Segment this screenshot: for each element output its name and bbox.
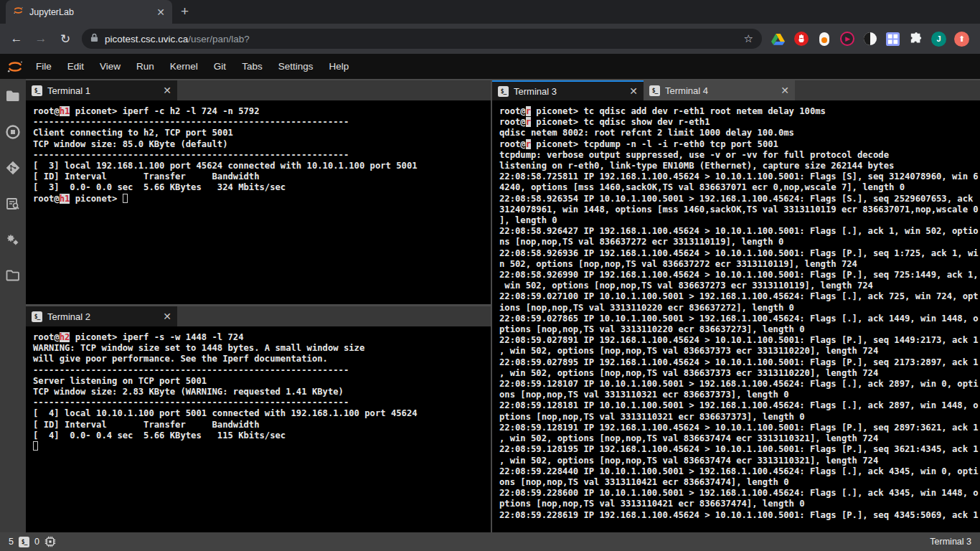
terminal-cursor	[33, 441, 38, 451]
terminal1-tabbar: $_ Terminal 1 ✕	[26, 80, 491, 100]
adblock-icon[interactable]	[793, 32, 809, 47]
close-icon[interactable]: ✕	[781, 85, 789, 96]
terminal-line: 3124078961, win 1448, options [mss 1460,…	[499, 204, 980, 215]
terminal-line: ns [nop,nop,TS val 836637272 ecr 3313110…	[499, 237, 980, 248]
menu-item-file[interactable]: File	[28, 54, 60, 79]
tab-grid-icon[interactable]	[885, 32, 900, 47]
menu-item-help[interactable]: Help	[321, 54, 357, 79]
terminal-line: ], length 0	[499, 215, 980, 226]
update-icon[interactable]: ⬆	[954, 32, 969, 47]
main-area: $_ Terminal 1 ✕ root@h1 piconet> iperf -…	[0, 79, 980, 532]
host-highlight: h1	[60, 194, 70, 204]
terminal2-output[interactable]: root@h2 piconet> iperf -s -w 1448 -l 724…	[26, 326, 491, 532]
terminal-line: , win 502, options [nop,nop,TS val 83663…	[499, 433, 980, 444]
drive-icon[interactable]	[771, 32, 786, 47]
terminal-line: will give poor performance. See the Iper…	[33, 354, 491, 364]
terminal-line: 22:08:58.725811 IP 192.168.1.100.45624 >…	[499, 171, 980, 182]
url-bar[interactable]: picotest.csc.uvic.ca/user/pan/lab? ☆	[82, 29, 762, 49]
menu-item-view[interactable]: View	[92, 54, 128, 79]
profile-avatar[interactable]: J	[931, 32, 946, 47]
terminal-line: WARNING: TCP window size set to 1448 byt…	[33, 343, 491, 354]
host-highlight: r	[526, 106, 531, 116]
terminal-line: n 502, options [nop,nop,TS val 836637272…	[499, 259, 980, 270]
terminal1-output[interactable]: root@h1 piconet> iperf -c h2 -l 724 -n 5…	[26, 100, 491, 304]
forward-icon[interactable]: →	[29, 32, 53, 46]
tab-terminal-3[interactable]: $_ Terminal 3 ✕	[492, 80, 644, 100]
file-browser-icon[interactable]	[6, 89, 20, 103]
proxy-egg-icon[interactable]	[816, 32, 831, 47]
tab-terminal-2-label: Terminal 2	[47, 311, 158, 322]
git-icon[interactable]	[6, 161, 20, 175]
terminal2-panel: $_ Terminal 2 ✕ root@h2 piconet> iperf -…	[26, 306, 491, 532]
terminal-icon: $_	[498, 86, 509, 97]
host-highlight: r	[526, 139, 531, 149]
close-icon[interactable]: ✕	[163, 85, 171, 96]
screen: JupyterLab ✕ + ← → ↻ picotest.csc.uvic.c…	[0, 0, 980, 551]
menu-item-tabs[interactable]: Tabs	[234, 54, 270, 79]
terminal-line	[33, 441, 491, 452]
tab-terminal-1[interactable]: $_ Terminal 1 ✕	[26, 80, 177, 100]
menu-item-git[interactable]: Git	[206, 54, 234, 79]
terminal-line: ons [nop,nop,TS val 3313110421 ecr 83663…	[499, 477, 980, 488]
host-highlight: r	[526, 117, 531, 127]
back-icon[interactable]: ←	[4, 32, 29, 46]
new-tab-button[interactable]: +	[181, 4, 189, 19]
terminal-line: root@r piconet> tc qdisc show dev r-eth1	[499, 117, 980, 128]
terminal-line: 22:08:58.926990 IP 192.168.1.100.45624 >…	[499, 270, 980, 281]
menu-item-settings[interactable]: Settings	[270, 54, 321, 79]
terminal-icon: $_	[32, 85, 42, 96]
terminal-line: ----------------------------------------…	[33, 150, 491, 161]
browser-toolbar: ← → ↻ picotest.csc.uvic.ca/user/pan/lab?…	[0, 24, 980, 54]
puzzle-extensions-icon[interactable]	[908, 32, 923, 47]
workspace-folder-icon[interactable]	[6, 268, 20, 283]
jupyter-favicon	[13, 5, 24, 19]
running-sessions-status[interactable]: 5 $_ 0	[9, 536, 56, 547]
terminal-line: 22:08:58.926936 IP 192.168.1.100.45624 >…	[499, 248, 980, 259]
terminal-line: listening on r-eth0, link-type EN10MB (E…	[499, 161, 980, 171]
terminal-line: root@h2 piconet> iperf -s -w 1448 -l 724	[33, 332, 491, 343]
play-circle-icon[interactable]: ▶	[839, 32, 854, 47]
close-icon[interactable]: ✕	[629, 85, 638, 97]
terminal-line: 22:08:59.128191 IP 192.168.1.100.45624 >…	[499, 423, 980, 433]
tab-terminal-4-label: Terminal 4	[665, 85, 776, 96]
running-sessions-icon[interactable]	[6, 125, 20, 139]
kernel-count: 0	[34, 537, 39, 547]
terminal-line: 22:08:59.027100 IP 10.10.1.100.5001 > 19…	[499, 291, 980, 302]
lock-icon	[90, 32, 98, 45]
tab-close-icon[interactable]: ✕	[156, 7, 165, 17]
terminal-line: [ ID] Interval Transfer Bandwidth	[33, 420, 491, 430]
extension-icons: ▶J⬆	[771, 32, 969, 47]
terminal-line: root@h1 piconet>	[33, 194, 491, 204]
bookmark-star-icon[interactable]: ☆	[744, 32, 753, 45]
tab-terminal-4[interactable]: $_ Terminal 4 ✕	[644, 80, 795, 100]
url-path: /user/pan/lab?	[188, 34, 250, 44]
browser-tab[interactable]: JupyterLab ✕	[6, 0, 172, 24]
terminal-line: 22:08:59.228619 IP 192.168.1.100.45624 >…	[499, 510, 980, 521]
dark-reader-icon[interactable]	[862, 32, 877, 47]
status-bar: 5 $_ 0 Terminal 3	[0, 532, 980, 551]
terminal-line: ----------------------------------------…	[33, 117, 491, 128]
inspector-icon[interactable]	[6, 197, 20, 211]
terminal-line: ----------------------------------------…	[33, 365, 491, 376]
terminal-line: 22:08:59.128107 IP 10.10.1.100.5001 > 19…	[499, 379, 980, 390]
terminal-cursor	[123, 194, 128, 203]
terminal-icon: $_	[19, 537, 29, 547]
terminal-line: ptions [nop,nop,TS val 3313110321 ecr 83…	[499, 412, 980, 423]
terminal-icon: $_	[32, 311, 42, 322]
reload-icon[interactable]: ↻	[53, 32, 77, 47]
menu-item-edit[interactable]: Edit	[60, 54, 92, 79]
extensions-icon[interactable]	[6, 232, 20, 247]
menu-item-kernel[interactable]: Kernel	[162, 54, 206, 79]
terminal-line: win 502, options [nop,nop,TS val 8366372…	[499, 281, 980, 291]
terminal-line: TCP window size: 85.0 KByte (default)	[33, 139, 491, 150]
terminal3-output[interactable]: root@r piconet> tc qdisc add dev r-eth1 …	[492, 100, 980, 532]
tab-terminal-2[interactable]: $_ Terminal 2 ✕	[26, 306, 177, 326]
terminal-line: qdisc netem 8002: root refcnt 2 limit 10…	[499, 128, 980, 138]
terminal-line: ions [nop,nop,TS val 3313110220 ecr 8366…	[499, 303, 980, 314]
terminal-line: 22:08:59.027895 IP 192.168.1.100.45624 >…	[499, 357, 980, 368]
terminal-line: root@h1 piconet> iperf -c h2 -l 724 -n 5…	[33, 106, 491, 117]
host-highlight: h2	[60, 332, 70, 342]
close-icon[interactable]: ✕	[163, 311, 171, 322]
kernel-chip-icon	[44, 536, 56, 547]
menu-item-run[interactable]: Run	[128, 54, 162, 79]
